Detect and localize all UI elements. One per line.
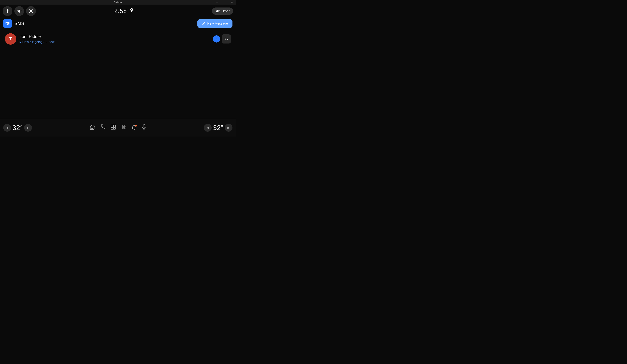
driver-label: Driver	[222, 9, 230, 13]
temp-left-next-button[interactable]: ▶	[24, 124, 32, 132]
svg-rect-12	[5, 22, 9, 24]
clock-display: 2:58	[114, 8, 127, 14]
svg-point-0	[19, 12, 20, 13]
svg-point-1	[30, 10, 32, 12]
temp-right-prev-button[interactable]: ◀	[204, 124, 211, 132]
mic-button[interactable]	[142, 124, 146, 131]
svg-point-10	[216, 10, 218, 11]
play-icon: ▶	[20, 41, 21, 43]
notifications-button[interactable]	[132, 125, 137, 131]
driver-button[interactable]: Driver	[212, 7, 233, 15]
svg-rect-21	[111, 127, 113, 129]
message-time: now	[49, 40, 55, 44]
separator: ·	[46, 40, 47, 44]
svg-rect-16	[6, 23, 7, 24]
status-right: Driver	[212, 7, 233, 15]
bottom-right: ◀ 32° ▶	[175, 124, 233, 132]
wifi-button[interactable]	[14, 6, 24, 16]
left-temperature: 32°	[12, 124, 23, 132]
bluetooth-button[interactable]	[2, 6, 12, 16]
svg-rect-24	[143, 125, 145, 127]
window-controls: – □ ✕	[213, 0, 236, 4]
bottom-bar: ◀ 32° ▶	[0, 119, 236, 136]
bottom-left: ◀ 32° ▶	[3, 124, 61, 132]
bottom-center-nav	[61, 124, 175, 131]
svg-rect-13	[6, 23, 7, 23]
svg-rect-15	[8, 23, 9, 23]
title-bar: Seahawk – □ ✕	[0, 0, 236, 4]
message-content: Tom Riddle ▶ How's it going? · now	[20, 34, 213, 44]
status-center: 2:58	[36, 8, 212, 14]
new-message-button[interactable]: New Message	[197, 19, 232, 28]
close-button[interactable]: ✕	[228, 0, 236, 4]
svg-rect-19	[111, 125, 113, 127]
svg-line-8	[32, 10, 33, 10]
contact-avatar: T	[5, 33, 16, 45]
location-icon	[130, 8, 134, 14]
unread-badge: 2	[213, 35, 220, 43]
message-list: T Tom Riddle ▶ How's it going? · now 2	[0, 29, 236, 48]
status-left-icons	[2, 6, 36, 16]
right-temperature: 32°	[213, 124, 223, 132]
message-item[interactable]: T Tom Riddle ▶ How's it going? · now 2	[3, 31, 232, 47]
minimize-button[interactable]: –	[213, 0, 221, 4]
svg-rect-18	[92, 128, 93, 130]
svg-point-11	[218, 10, 220, 11]
svg-rect-20	[113, 125, 115, 127]
temp-left-prev-button[interactable]: ◀	[3, 124, 11, 132]
message-actions: 2	[213, 34, 231, 44]
contact-name: Tom Riddle	[20, 34, 213, 39]
svg-rect-14	[7, 23, 8, 23]
svg-point-23	[123, 127, 124, 128]
svg-line-6	[30, 10, 30, 10]
reply-button[interactable]	[222, 34, 231, 44]
phone-button[interactable]	[101, 124, 105, 131]
app-title: SMS	[14, 21, 197, 26]
svg-line-7	[32, 12, 33, 13]
home-button[interactable]	[89, 124, 95, 131]
grid-button[interactable]	[110, 125, 116, 131]
fan-button[interactable]	[121, 124, 126, 131]
sms-app-icon	[3, 19, 12, 28]
notification-dot	[135, 125, 137, 127]
preview-text: How's it going?	[22, 40, 44, 44]
new-message-label: New Message	[207, 22, 228, 25]
window-title: Seahawk	[114, 1, 122, 3]
app-header: SMS New Message	[0, 18, 236, 29]
svg-rect-22	[113, 127, 115, 129]
message-preview: ▶ How's it going? · now	[20, 40, 213, 44]
svg-line-9	[30, 12, 30, 13]
status-bar: 2:58 Driver	[0, 4, 236, 18]
brightness-button[interactable]	[26, 6, 36, 16]
maximize-button[interactable]: □	[221, 0, 228, 4]
temp-right-next-button[interactable]: ▶	[225, 124, 232, 132]
